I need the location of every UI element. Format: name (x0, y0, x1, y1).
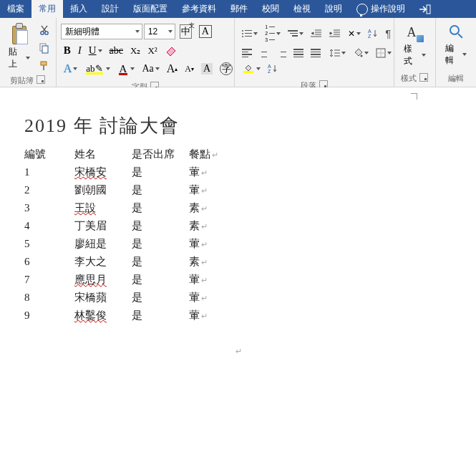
format-painter-button[interactable] (36, 58, 53, 74)
tab-help[interactable]: 說明 (318, 0, 349, 18)
cell-meal: 葷↵ (189, 163, 225, 181)
change-case-button[interactable]: Aa (139, 61, 162, 77)
tab-references[interactable]: 參考資料 (175, 0, 223, 18)
editing-button[interactable]: 編輯 (439, 19, 473, 72)
superscript-button[interactable]: X² (145, 43, 160, 59)
underline-button[interactable]: U (86, 42, 105, 59)
char-shading-icon: A (201, 63, 213, 75)
align-justify-button[interactable] (291, 47, 306, 59)
page-corner-icon (411, 93, 417, 100)
shading-button[interactable] (350, 46, 371, 60)
multilevel-button[interactable] (285, 28, 306, 39)
italic-button[interactable]: I (75, 42, 84, 59)
cell-num: 3 (24, 199, 74, 217)
cell-num: 8 (24, 289, 74, 307)
table-header: 是否出席 (132, 145, 189, 163)
enclose-char-button[interactable]: 字 (217, 60, 235, 77)
line-spacing-button[interactable] (327, 46, 349, 60)
tab-file[interactable]: 檔案 (0, 0, 31, 18)
font-family-combo[interactable] (61, 24, 142, 39)
align-center-button[interactable] (256, 47, 272, 59)
text-effects-icon: A (64, 62, 72, 75)
sort-button[interactable]: AZ (365, 27, 381, 41)
tab-mailings[interactable]: 郵件 (223, 0, 255, 18)
asian-layout-button[interactable]: ✕ (345, 27, 364, 41)
table-header: 姓名 (74, 145, 132, 163)
char-shading-button[interactable]: A (198, 61, 215, 77)
ribbon-tabs: 檔案 常用 插入 設計 版面配置 參考資料 郵件 校閱 檢視 說明 操作說明 (0, 0, 476, 18)
bullets-button[interactable] (239, 28, 261, 39)
tab-review[interactable]: 校閱 (255, 0, 286, 18)
align-distribute-button[interactable] (308, 47, 324, 59)
sort-az-icon: AZ (268, 64, 278, 74)
cell-num: 9 (24, 307, 74, 325)
find-icon (449, 24, 463, 39)
table-header: 餐點↵ (189, 145, 225, 163)
show-marks-button[interactable]: ¶ (382, 25, 394, 42)
clear-format-button[interactable] (162, 43, 180, 59)
bold-button[interactable]: B (61, 42, 74, 59)
clipboard-launcher[interactable] (37, 75, 45, 84)
phonetic-guide-button[interactable]: 中 文 (177, 22, 195, 41)
highlight-button[interactable]: ab✎ (82, 61, 112, 77)
borders-button[interactable] (373, 46, 394, 60)
bold-icon: B (64, 44, 71, 57)
increase-indent-button[interactable] (326, 27, 344, 41)
font-size-input[interactable] (147, 26, 168, 37)
cell-name: 丁美眉 (74, 217, 132, 235)
align-left-button[interactable] (239, 47, 255, 59)
pilcrow-icon: ¶ (385, 27, 391, 39)
subscript-button[interactable]: X₂ (127, 43, 143, 59)
cell-meal: 素↵ (189, 199, 225, 217)
tab-tell-me[interactable]: 操作說明 (349, 0, 412, 18)
chevron-down-icon (356, 32, 361, 35)
cut-button[interactable] (36, 22, 53, 38)
align-right-button[interactable] (273, 47, 289, 59)
paste-button[interactable]: 貼上 (6, 21, 33, 72)
cell-name: 應思月 (74, 271, 132, 289)
cell-name: 廖紐是 (74, 235, 132, 253)
chevron-down-icon (155, 67, 160, 70)
ribbon: 貼上 剪貼簿 (0, 18, 476, 87)
document-page[interactable]: 2019 年 討論大會 編號姓名是否出席餐點↵ 1宋橋安是葷↵2劉朝國是葷↵3王… (0, 102, 476, 368)
chevron-down-icon (26, 57, 30, 59)
strikethrough-button[interactable]: abc (107, 43, 126, 59)
grow-font-icon: A (167, 62, 175, 75)
numbering-button[interactable]: 123 (262, 22, 283, 44)
borders-icon (376, 48, 386, 58)
tab-home[interactable]: 常用 (31, 0, 63, 18)
text-effects-button[interactable]: A (61, 60, 81, 77)
chevron-down-icon (276, 32, 281, 35)
cell-meal: 葷↵ (189, 181, 225, 199)
table-row: 1宋橋安是葷↵ (24, 163, 225, 181)
sort-az-button[interactable]: AZ (265, 62, 281, 76)
font-color-button[interactable]: A (115, 61, 138, 77)
tab-insert[interactable]: 插入 (63, 0, 94, 18)
superscript-icon: X² (147, 45, 157, 57)
shrink-font-button[interactable]: A▾ (182, 62, 197, 77)
table-row: 6李大之是素↵ (24, 253, 225, 271)
font-size-combo[interactable] (144, 24, 175, 39)
styles-button[interactable]: A 樣式 (397, 19, 432, 72)
chevron-down-icon (135, 30, 140, 33)
char-border-button[interactable]: A (196, 23, 215, 40)
group-styles: A 樣式 樣式 (394, 18, 435, 87)
font-family-input[interactable] (64, 26, 135, 37)
lightbulb-icon (356, 4, 368, 15)
grow-font-button[interactable]: A▴ (164, 60, 181, 77)
share-icon (419, 4, 431, 14)
tab-layout[interactable]: 版面配置 (126, 0, 175, 18)
chevron-down-icon (130, 67, 135, 70)
shading-color-button[interactable] (239, 62, 263, 75)
chevron-down-icon (168, 30, 173, 33)
tab-design[interactable]: 設計 (94, 0, 126, 18)
table-row: 5廖紐是是葷↵ (24, 235, 225, 253)
styles-label: 樣式 (404, 43, 419, 67)
copy-button[interactable] (36, 40, 53, 56)
tab-view[interactable]: 檢視 (286, 0, 318, 18)
chevron-down-icon (256, 67, 261, 70)
share-button[interactable] (412, 0, 438, 18)
styles-launcher[interactable] (419, 73, 428, 82)
table-row: 8宋橋蘋是葷↵ (24, 289, 225, 307)
decrease-indent-button[interactable] (308, 27, 325, 41)
